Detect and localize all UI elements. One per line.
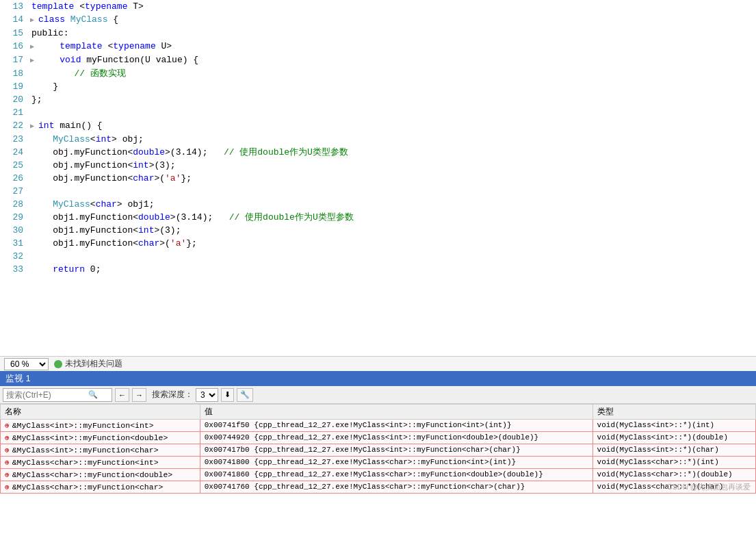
line-content: // 函数实现 [29, 67, 756, 80]
watch-row: ⊕&MyClass<char>::myFunction<double>0x007… [1, 469, 756, 481]
status-ok-indicator: 未找到相关问题 [54, 358, 122, 370]
line-content: obj1.myFunction<char>('a'}; [29, 237, 756, 250]
col-name: 名称 [1, 405, 200, 420]
code-line: 22▶int main() { [0, 119, 756, 133]
col-value: 值 [200, 405, 592, 420]
watch-panel-header: 监视 1 [0, 371, 756, 386]
line-number: 31 [0, 237, 29, 250]
line-number: 20 [0, 93, 29, 106]
zoom-select[interactable]: 60 % 80 % 100 % [4, 358, 49, 370]
search-icon[interactable]: 🔍 [88, 390, 98, 399]
line-number: 25 [0, 159, 29, 172]
watch-value-cell: 0x00741800 {cpp_thread_12_27.exe!MyClass… [200, 457, 592, 469]
code-line: 32 [0, 250, 756, 263]
watch-type-cell: void(MyClass<int>::*)(int) [592, 420, 755, 432]
line-content: obj.myFunction<double>(3.14); // 使用doubl… [29, 146, 756, 159]
code-line: 33 return 0; [0, 263, 756, 276]
watch-table-body: ⊕&MyClass<int>::myFunction<int>0x00741f5… [1, 420, 756, 494]
code-line: 16▶ template <typename U> [0, 40, 756, 53]
search-box: 🔍 [3, 388, 112, 402]
line-content: MyClass<int> obj; [29, 133, 756, 146]
line-content: return 0; [29, 263, 756, 276]
line-content: obj.myFunction<int>(3); [29, 159, 756, 172]
line-number: 29 [0, 211, 29, 224]
line-number: 28 [0, 198, 29, 211]
code-line: 13template <typename T> [0, 0, 756, 13]
line-number: 32 [0, 250, 29, 263]
watch-type-cell: void(MyClass<int>::*)(double) [592, 432, 755, 444]
code-line: 21 [0, 106, 756, 119]
line-content: template <typename T> [29, 0, 756, 13]
line-number: 17 [0, 53, 29, 66]
watch-panel-title: 监视 1 [5, 372, 31, 385]
refresh-button[interactable]: ⬇ [221, 388, 234, 402]
line-content: obj.myFunction<char>('a'}; [29, 172, 756, 185]
watch-name-cell: ⊕&MyClass<int>::myFunction<double> [1, 432, 200, 444]
line-arrow: ▶ [30, 120, 34, 133]
code-line: 20}; [0, 93, 756, 106]
line-number: 19 [0, 80, 29, 93]
watch-table: 名称 值 类型 ⊕&MyClass<int>::myFunction<int>0… [0, 404, 756, 494]
code-line: 14▶class MyClass { [0, 13, 756, 27]
watch-value-cell: 0x007417b0 {cpp_thread_12_27.exe!MyClass… [200, 444, 592, 457]
line-content: public: [29, 27, 756, 40]
line-content: obj1.myFunction<int>(3); [29, 224, 756, 237]
watch-row-icon: ⊕ [5, 434, 10, 442]
line-number: 16 [0, 40, 29, 53]
watch-name-cell: ⊕&MyClass<char>::myFunction<double> [1, 469, 200, 481]
watch-container: 监视 1 🔍 ← → 搜索深度： 3 1 2 4 5 ⬇ 🔧 名称 值 类型 [0, 371, 756, 494]
line-number: 22 [0, 119, 29, 132]
code-line: 29 obj1.myFunction<double>(3.14); // 使用d… [0, 211, 756, 224]
watch-name-cell: ⊕&MyClass<int>::myFunction<char> [1, 444, 200, 457]
code-line: 17▶ void myFunction(U value) { [0, 53, 756, 67]
status-bar: 60 % 80 % 100 % 未找到相关问题 [0, 356, 756, 371]
depth-select[interactable]: 3 1 2 4 5 [196, 388, 218, 402]
watch-value-cell: 0x00741860 {cpp_thread_12_27.exe!MyClass… [200, 469, 592, 481]
line-number: 30 [0, 224, 29, 237]
code-line: 26 obj.myFunction<char>('a'}; [0, 172, 756, 185]
watch-value-cell: 0x00741f50 {cpp_thread_12_27.exe!MyClass… [200, 420, 592, 432]
code-line: 30 obj1.myFunction<int>(3); [0, 224, 756, 237]
watch-row: ⊕&MyClass<int>::myFunction<int>0x00741f5… [1, 420, 756, 432]
line-number: 26 [0, 172, 29, 185]
watch-row: ⊕&MyClass<int>::myFunction<char>0x007417… [1, 444, 756, 457]
code-line: 24 obj.myFunction<double>(3.14); // 使用do… [0, 146, 756, 159]
line-content: }; [29, 93, 756, 106]
line-content: class MyClass { [36, 13, 756, 26]
nav-forward-button[interactable]: → [132, 388, 146, 402]
line-content: template <typename U> [36, 40, 756, 53]
watch-value-cell: 0x00741760 {cpp_thread_12_27.exe!MyClass… [200, 481, 592, 494]
watch-row-icon: ⊕ [5, 483, 10, 491]
search-input[interactable] [6, 390, 88, 400]
watch-name-cell: ⊕&MyClass<char>::myFunction<char> [1, 481, 200, 494]
code-line: 18 // 函数实现 [0, 67, 756, 80]
watch-toolbar: 🔍 ← → 搜索深度： 3 1 2 4 5 ⬇ 🔧 [0, 386, 756, 404]
nav-back-button[interactable]: ← [115, 388, 129, 402]
line-number: 14 [0, 13, 29, 26]
watch-row-icon: ⊕ [5, 422, 10, 430]
settings-button[interactable]: 🔧 [237, 388, 253, 402]
code-line: 31 obj1.myFunction<char>('a'}; [0, 237, 756, 250]
code-line: 19 } [0, 80, 756, 93]
code-line: 25 obj.myFunction<int>(3); [0, 159, 756, 172]
watch-type-cell: void(MyClass<int>::*)(char) [592, 444, 755, 457]
watch-row: ⊕&MyClass<int>::myFunction<double>0x0074… [1, 432, 756, 444]
line-content: int main() { [36, 119, 756, 132]
watermark: CSDN @先搞面包再谈爱 [667, 482, 751, 492]
line-number: 18 [0, 67, 29, 80]
line-arrow: ▶ [30, 14, 34, 27]
line-number: 13 [0, 0, 29, 13]
code-editor: 13template <typename T>14▶class MyClass … [0, 0, 756, 356]
code-line: 28 MyClass<char> obj1; [0, 198, 756, 211]
code-line: 15public: [0, 27, 756, 40]
watch-row-icon: ⊕ [5, 471, 10, 479]
status-ok-circle [54, 360, 62, 368]
line-content: void myFunction(U value) { [36, 53, 756, 66]
watch-row-icon: ⊕ [5, 459, 10, 467]
watch-name-cell: ⊕&MyClass<char>::myFunction<int> [1, 457, 200, 469]
line-arrow: ▶ [30, 40, 34, 53]
line-number: 21 [0, 106, 29, 119]
watch-type-cell: void(MyClass<char>::*)(double) [592, 469, 755, 481]
line-content: } [29, 80, 756, 93]
line-number: 23 [0, 133, 29, 146]
